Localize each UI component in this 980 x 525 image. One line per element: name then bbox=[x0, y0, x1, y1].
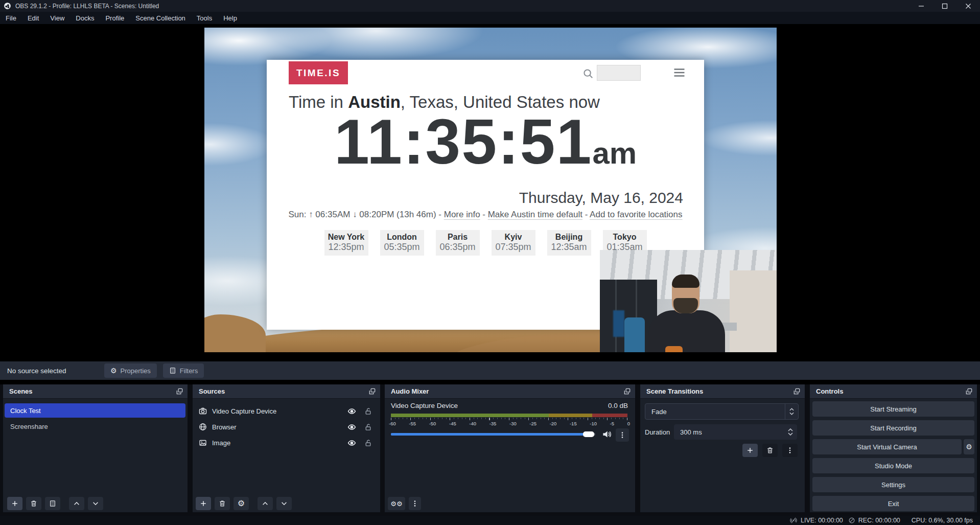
person-hair bbox=[672, 275, 699, 288]
properties-button[interactable]: ⚙ Properties bbox=[104, 363, 157, 378]
person-beard bbox=[673, 298, 698, 313]
orange-object bbox=[665, 346, 683, 352]
mixer-level-db: 0.0 dB bbox=[608, 402, 628, 409]
rec-status: REC: 00:00:00 bbox=[848, 517, 900, 524]
city-tile: Paris06:35pm bbox=[436, 230, 480, 256]
gear-icon: ⚙ bbox=[238, 499, 245, 508]
lock-open-icon[interactable] bbox=[364, 439, 372, 447]
settings-button[interactable]: Settings bbox=[812, 477, 974, 492]
menu-bar: File Edit View Docks Profile Scene Colle… bbox=[0, 12, 980, 24]
person-head bbox=[672, 275, 699, 313]
filters-button[interactable]: Filters bbox=[163, 363, 204, 378]
clock-ampm: am bbox=[592, 136, 637, 170]
scene-transitions-panel: Scene Transitions Fade Duration 300 ms bbox=[640, 384, 805, 512]
image-icon bbox=[199, 439, 207, 447]
popout-icon[interactable] bbox=[793, 387, 801, 395]
record-disabled-icon bbox=[848, 517, 855, 524]
transition-properties-kebab-button[interactable] bbox=[782, 444, 798, 457]
program-video: TIME.IS Time in Austin, Texas, United St… bbox=[204, 28, 777, 352]
controls-panel: Controls Start Streaming Start Recording… bbox=[810, 384, 977, 512]
close-button[interactable] bbox=[956, 0, 980, 12]
menu-file[interactable]: File bbox=[0, 12, 22, 24]
globe-icon bbox=[199, 423, 207, 431]
duration-label: Duration bbox=[645, 428, 670, 436]
sun-info-line: Sun: ↑ 06:35AM ↓ 08:20PM (13h 46m) - Mor… bbox=[267, 210, 704, 220]
start-streaming-button[interactable]: Start Streaming bbox=[812, 401, 974, 417]
sources-panel: Sources Video Capture Device Browser Ima… bbox=[193, 384, 380, 512]
filters-icon bbox=[169, 367, 176, 374]
remove-source-button[interactable] bbox=[215, 497, 230, 510]
obs-window: OBS 29.1.2 - Profile: LLHLS BETA - Scene… bbox=[0, 0, 980, 525]
gear-icon: ⚙ bbox=[110, 367, 117, 374]
obs-logo-icon bbox=[4, 2, 11, 10]
scene-move-down-button[interactable] bbox=[88, 497, 103, 510]
city-tile: New York12:35pm bbox=[324, 230, 368, 256]
mixer-options-kebab-button[interactable] bbox=[616, 428, 629, 442]
add-transition-button[interactable] bbox=[742, 444, 758, 457]
start-recording-button[interactable]: Start Recording bbox=[812, 420, 974, 436]
speaker-icon[interactable] bbox=[602, 429, 612, 439]
menu-tools[interactable]: Tools bbox=[191, 12, 218, 24]
exit-button[interactable]: Exit bbox=[812, 496, 974, 511]
source-properties-button[interactable]: ⚙ bbox=[234, 497, 249, 510]
menu-scene-collection[interactable]: Scene Collection bbox=[130, 12, 191, 24]
source-move-up-button[interactable] bbox=[258, 497, 273, 510]
popout-icon[interactable] bbox=[368, 387, 376, 395]
scene-filters-button[interactable] bbox=[45, 497, 60, 510]
office-chair bbox=[624, 317, 645, 352]
menu-profile[interactable]: Profile bbox=[100, 12, 130, 24]
popout-icon[interactable] bbox=[623, 387, 631, 395]
source-item-image[interactable]: Image bbox=[193, 435, 380, 450]
search-icon bbox=[582, 68, 594, 79]
source-move-down-button[interactable] bbox=[276, 497, 292, 510]
virtual-camera-config-button[interactable]: ⚙ bbox=[964, 439, 974, 454]
city-tile: Beijing12:35am bbox=[547, 230, 591, 256]
menu-help[interactable]: Help bbox=[218, 12, 243, 24]
menu-edit[interactable]: Edit bbox=[22, 12, 44, 24]
popout-icon[interactable] bbox=[176, 387, 183, 395]
visibility-eye-icon[interactable] bbox=[347, 423, 356, 431]
make-default-link: Make Austin time default bbox=[488, 210, 582, 219]
remove-scene-button[interactable] bbox=[26, 497, 41, 510]
preview-canvas[interactable]: TIME.IS Time in Austin, Texas, United St… bbox=[0, 24, 980, 361]
studio-mode-button[interactable]: Studio Mode bbox=[812, 458, 974, 473]
meter-scale: -60-55-50-45-40-35-30-25-20-15-10-50 bbox=[389, 421, 630, 426]
add-scene-button[interactable] bbox=[7, 497, 22, 510]
menu-view[interactable]: View bbox=[44, 12, 70, 24]
mixer-menu-kebab-button[interactable] bbox=[409, 497, 421, 510]
source-item-browser[interactable]: Browser bbox=[193, 419, 380, 435]
maximize-button[interactable] bbox=[933, 0, 956, 12]
visibility-eye-icon[interactable] bbox=[347, 407, 356, 416]
select-spinner-icons[interactable] bbox=[785, 404, 798, 419]
office-wall bbox=[730, 270, 777, 352]
audio-mixer-header: Audio Mixer bbox=[385, 384, 635, 399]
scene-move-up-button[interactable] bbox=[69, 497, 84, 510]
start-virtual-camera-button[interactable]: Start Virtual Camera bbox=[812, 439, 962, 454]
title-bar: OBS 29.1.2 - Profile: LLHLS BETA - Scene… bbox=[0, 0, 980, 12]
window-title: OBS 29.1.2 - Profile: LLHLS BETA - Scene… bbox=[15, 3, 909, 10]
scene-item-screenshare[interactable]: Screenshare bbox=[5, 419, 185, 433]
controls-header: Controls bbox=[810, 384, 977, 399]
camera-icon bbox=[199, 407, 207, 415]
live-status: LIVE: 00:00:00 bbox=[789, 517, 843, 524]
lock-open-icon[interactable] bbox=[364, 423, 372, 431]
remove-transition-button[interactable] bbox=[762, 444, 778, 457]
scene-item-clock-test[interactable]: Clock Test bbox=[5, 403, 185, 418]
duration-spinbox[interactable]: 300 ms bbox=[674, 424, 797, 440]
advanced-audio-button[interactable]: ⚙⚙ bbox=[388, 497, 405, 510]
volume-slider-handle[interactable] bbox=[583, 431, 594, 437]
lock-open-icon[interactable] bbox=[364, 407, 372, 415]
spinbox-arrows[interactable] bbox=[784, 424, 797, 440]
volume-slider[interactable] bbox=[391, 433, 595, 436]
minimize-button[interactable] bbox=[909, 0, 933, 12]
menu-docks[interactable]: Docks bbox=[70, 12, 100, 24]
hamburger-menu-icon bbox=[673, 67, 685, 78]
clock-display: 11:35:51am bbox=[267, 110, 704, 173]
preview-toolbar: No source selected ⚙ Properties Filters bbox=[0, 361, 980, 380]
gear-icon: ⚙ bbox=[966, 443, 972, 450]
popout-icon[interactable] bbox=[965, 387, 973, 395]
add-source-button[interactable] bbox=[196, 497, 211, 510]
transition-select[interactable]: Fade bbox=[645, 403, 799, 420]
visibility-eye-icon[interactable] bbox=[347, 439, 356, 447]
source-item-video-capture[interactable]: Video Capture Device bbox=[193, 403, 380, 419]
